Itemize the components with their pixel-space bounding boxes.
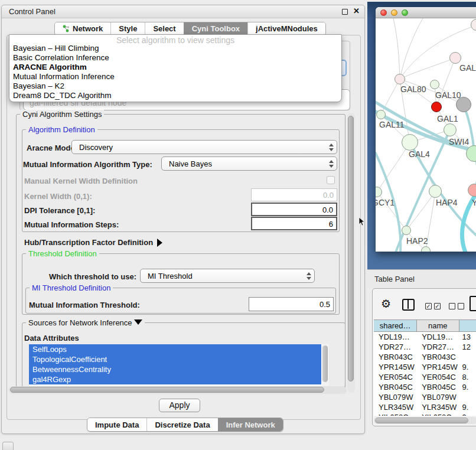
table-cell: 9 — [459, 412, 476, 416]
which-threshold-value: MI Threshold — [148, 272, 193, 281]
checked-checkbox-icon[interactable]: ✓ — [425, 303, 432, 309]
network-node[interactable] — [449, 52, 461, 64]
tab-select[interactable]: Select — [145, 22, 183, 35]
unchecked-checkbox-icon[interactable] — [449, 303, 455, 309]
table-horizontal-scrollbar[interactable] — [374, 417, 476, 424]
table-cell: YER054C — [417, 372, 459, 382]
table-cell: 13 — [459, 332, 476, 342]
restore-panel-button[interactable] — [2, 442, 14, 450]
tab-cyni-toolbox[interactable]: Cyni Toolbox — [184, 22, 247, 35]
mi-type-combo[interactable]: Naive Bayes — [161, 156, 337, 171]
node-label-gal4: GAL4 — [409, 149, 430, 159]
bottom-tab-infer-network[interactable]: Infer Network — [218, 418, 283, 431]
dropdown-option-aracne-algorithm[interactable]: ARACNE Algorithm — [9, 63, 341, 72]
tab-network[interactable]: Network — [55, 22, 110, 35]
settings-vertical-scrollbar[interactable] — [347, 113, 355, 393]
aracne-mode-combo[interactable]: Discovery — [71, 140, 337, 154]
table-cell: YIL052C — [374, 412, 417, 416]
table-toolbar: ⚙ ✓ ✓ — [373, 289, 476, 318]
network-node[interactable] — [431, 102, 442, 112]
network-node[interactable] — [421, 246, 431, 252]
gear-icon[interactable]: ⚙ — [381, 297, 391, 311]
table-row[interactable]: YIL052CYIL052C9 — [374, 412, 476, 416]
table-row[interactable]: YDL19…YDL19…13 — [374, 332, 476, 342]
dropdown-option-mutual-information-inference[interactable]: Mutual Information Inference — [9, 72, 341, 81]
settings-horizontal-scrollbar[interactable] — [9, 386, 347, 394]
dpi-tolerance-field[interactable]: 0.0 — [251, 203, 337, 216]
hub-definition-toggle[interactable]: Hub/Transcription Factor Definition — [24, 238, 162, 247]
dropdown-option-bayesian-k2[interactable]: Bayesian – K2 — [9, 81, 341, 91]
table-row[interactable]: YPR145WYPR145W9. — [374, 362, 476, 372]
table-row[interactable]: YLR345WYLR345W9. — [374, 402, 476, 412]
close-icon[interactable]: ✕ — [353, 6, 360, 15]
tab-jactivemnodules[interactable]: jActiveMNodules — [247, 22, 325, 35]
scrollbar-thumb[interactable] — [10, 387, 324, 393]
expand-triangle-icon[interactable] — [157, 239, 162, 247]
unchecked-checkbox-icon[interactable] — [458, 303, 464, 309]
table-row[interactable]: YER054CYER054C8. — [374, 372, 476, 382]
column-header-2[interactable] — [459, 320, 476, 331]
network-node[interactable] — [429, 185, 442, 198]
apply-button[interactable]: Apply — [159, 399, 200, 412]
collapse-triangle-icon[interactable] — [134, 319, 142, 325]
tab-label: Infer Network — [226, 420, 275, 429]
zoom-traffic-light-icon[interactable] — [402, 9, 408, 16]
network-edges — [376, 18, 476, 252]
network-window-titlebar[interactable] — [376, 7, 476, 18]
scrollbar-thumb[interactable] — [348, 116, 354, 381]
network-node[interactable] — [402, 226, 411, 235]
dropdown-option-basic-correlation-inference[interactable]: Basic Correlation Inference — [9, 53, 341, 63]
network-canvas[interactable]: GALGAL80GAL10GAL1GAL11SWI4GAL4GCY1HAP4YH… — [376, 18, 476, 252]
mi-type-label: Mutual Information Algorithm Type: — [23, 160, 152, 169]
float-window-icon[interactable] — [342, 9, 348, 15]
document-icon[interactable] — [470, 296, 476, 311]
data-attributes-list: SelfLoopsTopologicalCoefficientBetweenne… — [29, 344, 329, 386]
network-node[interactable] — [444, 123, 457, 136]
table-row[interactable]: YBR045CYBR045C9. — [374, 382, 476, 392]
minimize-traffic-light-icon[interactable] — [391, 9, 397, 16]
network-node[interactable] — [402, 134, 418, 151]
network-node[interactable] — [430, 80, 439, 89]
attribute-item-gal4rgexp[interactable]: gal4RGexp — [29, 374, 321, 384]
mi-type-value: Naive Bayes — [169, 159, 212, 168]
algorithm-dropdown: Select algorithm to view settings Bayesi… — [9, 34, 342, 102]
table-cell: YDR27… — [417, 342, 459, 352]
which-threshold-combo[interactable]: MI Threshold — [140, 269, 315, 283]
scrollbar-thumb[interactable] — [322, 345, 328, 382]
table-cell: 9. — [459, 362, 476, 372]
node-label-gal11: GAL11 — [379, 120, 405, 129]
dropdown-option-bayesian-hill-climbing[interactable]: Bayesian – Hill Climbing — [9, 44, 341, 53]
scrollbar-thumb[interactable] — [375, 418, 468, 423]
attribute-item-topologicalcoefficient[interactable]: TopologicalCoefficient — [29, 354, 321, 364]
attribute-item-betweennesscentrality[interactable]: BetweennessCentrality — [29, 364, 321, 374]
bottom-tab-impute-data[interactable]: Impute Data — [87, 418, 146, 431]
column-header-shared-[interactable]: shared… — [374, 320, 417, 331]
network-node[interactable] — [395, 74, 405, 84]
table-cell: YDR27… — [374, 342, 417, 352]
tab-label: Style — [119, 24, 137, 33]
bottom-tab-discretize-data[interactable]: Discretize Data — [146, 418, 217, 431]
bottom-tabbar: Impute DataDiscretize DataInfer Network — [87, 418, 283, 432]
node-label-hap4: HAP4 — [436, 198, 458, 207]
mi-threshold-field[interactable]: 0.5 — [249, 297, 334, 311]
table-panel: ⚙ ✓ ✓ shared…name YDL19…YDL19…13YDR27…YD… — [372, 288, 476, 426]
tab-style[interactable]: Style — [110, 22, 145, 35]
mi-steps-field[interactable]: 6 — [251, 217, 337, 230]
dropdown-option-dream8-dc-tdc-algorithm[interactable]: Dream8 DC_TDC Algorithm — [9, 91, 341, 100]
close-traffic-light-icon[interactable] — [380, 9, 387, 16]
table-cell: 9. — [459, 382, 476, 392]
table-row[interactable]: YBL079WYBL079W — [374, 392, 476, 402]
table-cell: YLR345W — [374, 402, 417, 412]
table-cell: YBR043C — [417, 352, 459, 362]
table-row[interactable]: YBR043CYBR043C — [374, 352, 476, 362]
sources-title-text: Sources for Network Inference — [28, 318, 132, 327]
table-row[interactable]: YDR27…YDR27…12 — [374, 342, 476, 352]
column-header-name[interactable]: name — [417, 320, 459, 331]
list-vertical-scrollbar[interactable] — [322, 344, 329, 386]
checked-checkbox-icon[interactable]: ✓ — [434, 303, 441, 309]
attribute-item-selfloops[interactable]: SelfLoops — [29, 344, 321, 354]
columns-icon[interactable] — [402, 299, 415, 311]
manual-kernel-checkbox[interactable] — [327, 176, 335, 184]
network-node[interactable] — [376, 110, 386, 119]
sources-group-title: Sources for Network Inference — [26, 318, 145, 327]
